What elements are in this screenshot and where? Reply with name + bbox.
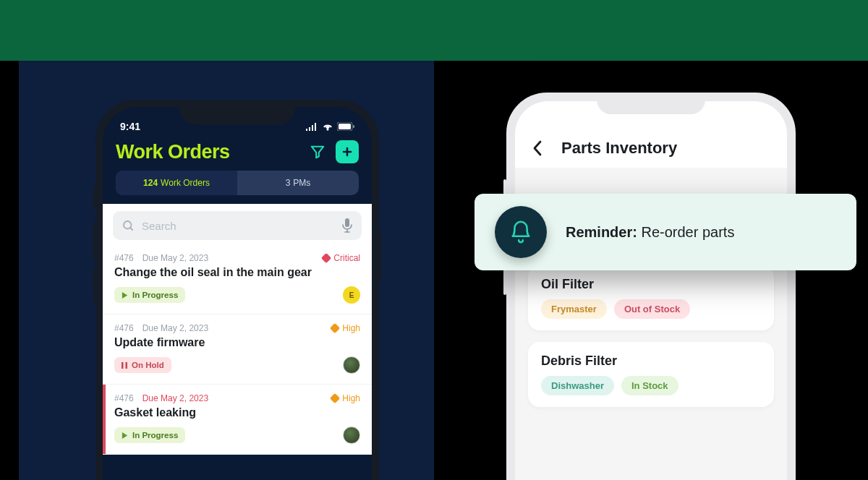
tag-row: FrymasterOut of Stock — [541, 299, 761, 319]
battery-icon — [337, 122, 354, 131]
work-order-title: Update firmware — [114, 336, 360, 349]
work-order-card[interactable]: #476Due May 2, 2023HighUpdate firmwareOn… — [103, 314, 372, 385]
assignee-avatar[interactable] — [343, 427, 360, 444]
phone-side-button — [93, 266, 95, 302]
notification-icon-circle — [495, 206, 547, 258]
page-title: Work Orders — [116, 141, 299, 163]
priority-badge: Critical — [323, 253, 360, 263]
back-button[interactable] — [532, 140, 550, 156]
work-order-id: #476 — [114, 253, 134, 263]
part-name: Debris Filter — [541, 353, 761, 369]
svg-rect-2 — [353, 125, 354, 128]
diamond-icon — [321, 253, 331, 263]
work-order-card[interactable]: #476Due May 2, 2023CriticalChange the oi… — [103, 244, 372, 314]
search-icon — [122, 219, 135, 232]
work-order-title: Gasket leaking — [114, 406, 360, 419]
bell-icon — [509, 220, 533, 244]
tab-label: Work Orders — [161, 178, 210, 188]
funnel-icon — [310, 144, 326, 160]
tab-label: PMs — [293, 178, 310, 188]
svg-rect-1 — [339, 124, 351, 129]
tab-count: 124 — [143, 178, 158, 188]
phone-side-button — [93, 223, 95, 259]
phone-notch — [179, 100, 295, 124]
diamond-icon — [330, 323, 340, 333]
notification-banner[interactable]: Reminder: Re-order parts — [475, 194, 856, 270]
work-order-due: Due May 2, 2023 — [142, 253, 208, 263]
part-tag: Out of Stock — [614, 299, 690, 319]
status-label: In Progress — [132, 291, 178, 299]
phone-work-orders: 9:41 Work Orders 124 Work Orders 3 — [95, 100, 379, 480]
priority-badge: High — [331, 393, 360, 403]
part-card[interactable]: Debris FilterDishwasherIn Stock — [528, 342, 774, 407]
phone-parts-inventory: Parts Inventory Out of StockOil FilterFr… — [506, 93, 796, 480]
assignee-avatar[interactable]: E — [343, 286, 360, 304]
status-pill: On Hold — [114, 357, 171, 373]
status-time: 9:41 — [120, 121, 140, 132]
part-tag: In Stock — [621, 376, 678, 395]
work-order-title: Change the oil seal in the main gear — [114, 266, 360, 279]
tab-pms[interactable]: 3 PMs — [237, 171, 359, 195]
part-name: Oil Filter — [541, 277, 761, 292]
play-icon — [122, 432, 128, 439]
phone-side-button — [93, 187, 95, 208]
search-field[interactable] — [113, 211, 362, 240]
priority-label: Critical — [333, 253, 360, 263]
svg-rect-6 — [126, 362, 128, 369]
plus-icon — [341, 146, 353, 158]
page-title: Parts Inventory — [561, 139, 677, 158]
svg-rect-5 — [122, 362, 124, 369]
notification-message: Re-order parts — [641, 224, 734, 240]
priority-label: High — [342, 323, 360, 333]
status-pill: In Progress — [114, 427, 185, 443]
priority-label: High — [342, 393, 360, 403]
tag-row: DishwasherIn Stock — [541, 376, 761, 395]
search-input[interactable] — [142, 220, 334, 232]
phone-notch — [597, 93, 705, 114]
chevron-left-icon — [532, 140, 542, 156]
status-label: In Progress — [132, 431, 178, 440]
play-icon — [122, 292, 128, 299]
pause-icon — [122, 362, 127, 369]
top-green-bar — [0, 0, 868, 61]
diamond-icon — [330, 393, 340, 403]
work-order-id: #476 — [114, 323, 134, 333]
work-order-id: #476 — [114, 393, 134, 403]
work-order-due: Due May 2, 2023 — [142, 393, 208, 403]
work-order-due: Due May 2, 2023 — [142, 323, 208, 333]
part-tag: Frymaster — [541, 299, 607, 319]
notification-prefix: Reminder: — [566, 224, 637, 240]
status-icons — [305, 122, 354, 131]
wifi-icon — [322, 123, 333, 131]
priority-badge: High — [331, 323, 360, 333]
assignee-avatar[interactable] — [343, 356, 360, 374]
mic-icon[interactable] — [341, 218, 353, 233]
filter-button[interactable] — [307, 141, 328, 163]
status-pill: In Progress — [114, 287, 185, 303]
notification-text: Reminder: Re-order parts — [566, 224, 734, 241]
svg-rect-4 — [345, 218, 349, 227]
part-tag: Dishwasher — [541, 376, 614, 395]
tab-work-orders[interactable]: 124 Work Orders — [116, 171, 237, 195]
status-label: On Hold — [132, 361, 164, 369]
tab-count: 3 — [286, 178, 291, 188]
cellular-icon — [305, 123, 318, 131]
work-order-card[interactable]: #476Due May 2, 2023HighGasket leakingIn … — [103, 385, 372, 455]
part-card[interactable]: Oil FilterFrymasterOut of Stock — [528, 265, 774, 330]
add-button[interactable] — [336, 140, 359, 163]
segmented-control: 124 Work Orders 3 PMs — [116, 171, 359, 195]
phone-side-button — [379, 230, 381, 280]
